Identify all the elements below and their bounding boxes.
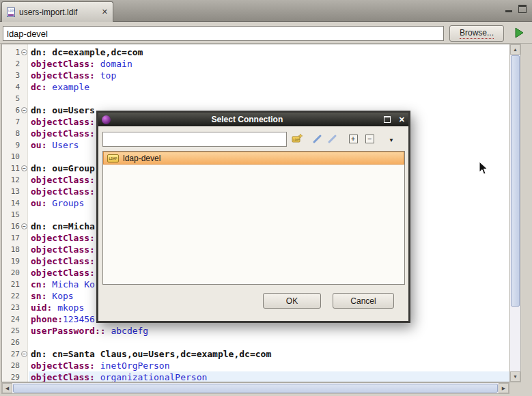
- chevron-down-icon: ▼: [389, 137, 394, 143]
- vertical-scrollbar-thumb[interactable]: [511, 55, 520, 307]
- code-text[interactable]: objectClass: inetOrgPerson: [31, 360, 170, 371]
- code-text[interactable]: dn: ou=Group: [31, 162, 95, 174]
- line-number: 18: [2, 244, 20, 255]
- mouse-cursor: [479, 161, 488, 178]
- editor-line[interactable]: 28objectClass: inetOrgPerson: [2, 360, 509, 371]
- minus-glyph: −: [365, 135, 374, 143]
- vertical-scrollbar[interactable]: ▲ ▼: [509, 44, 521, 382]
- scroll-up-icon[interactable]: ▲: [510, 44, 520, 55]
- editor-line[interactable]: 5: [2, 93, 509, 104]
- code-text[interactable]: objectClass:: [31, 186, 95, 197]
- run-import-button[interactable]: [513, 27, 525, 39]
- scroll-right-icon[interactable]: ▶: [499, 383, 509, 393]
- new-connection-icon[interactable]: LDAP: [291, 132, 303, 145]
- application-window: LDIF users-import.ldif ✕ Browse... 1−dn:…: [0, 0, 532, 396]
- fold-collapse-icon[interactable]: −: [21, 107, 27, 113]
- dialog-close-icon[interactable]: ✕: [399, 116, 405, 124]
- browse-button-label: Browse...: [460, 28, 494, 39]
- line-number: 13: [2, 186, 20, 197]
- connection-filter-input[interactable]: [102, 132, 287, 147]
- code-text[interactable]: cn: Micha Ko: [31, 279, 95, 290]
- line-number: 12: [2, 174, 20, 186]
- fold-collapse-icon[interactable]: −: [21, 351, 27, 357]
- code-text[interactable]: ou: Groups: [31, 197, 84, 209]
- dialog-title: Select Connection: [113, 115, 381, 124]
- scroll-left-icon[interactable]: ◀: [2, 383, 12, 393]
- tab-close-icon[interactable]: ✕: [102, 8, 108, 16]
- collapse-all-icon[interactable]: −: [363, 132, 376, 145]
- code-text[interactable]: objectClass: organizationalPerson: [31, 371, 207, 382]
- connection-list[interactable]: LDAPldap-devel: [102, 151, 405, 285]
- line-number: 14: [2, 197, 20, 209]
- cancel-button[interactable]: Cancel: [333, 293, 394, 309]
- line-number: 24: [2, 313, 20, 325]
- horizontal-scrollbar-thumb[interactable]: [13, 384, 498, 393]
- code-text[interactable]: objectClass:: [31, 128, 95, 139]
- editor-line[interactable]: 2objectClass: domain: [2, 58, 509, 70]
- line-number: 28: [2, 360, 20, 371]
- maximize-icon[interactable]: [518, 5, 527, 13]
- code-text[interactable]: dn: cn=Micha: [31, 221, 95, 232]
- connection-name-input[interactable]: [3, 26, 444, 41]
- editor-line[interactable]: 4dc: example: [2, 81, 509, 93]
- dialog-maximize-icon[interactable]: [384, 116, 391, 123]
- code-text[interactable]: phone:123456: [31, 313, 95, 325]
- code-text[interactable]: uid: mkops: [31, 302, 84, 313]
- connection-label: ldap-devel: [123, 154, 160, 163]
- code-text[interactable]: dn: cn=Santa Claus,ou=Users,dc=example,d…: [31, 348, 271, 360]
- cancel-button-label: Cancel: [350, 296, 376, 306]
- editor-line[interactable]: 3objectClass: top: [2, 70, 509, 81]
- expand-all-icon[interactable]: +: [347, 132, 359, 145]
- svg-text:LDAP: LDAP: [293, 138, 300, 141]
- line-number: 11: [2, 162, 20, 174]
- code-text[interactable]: objectClass:: [31, 174, 95, 186]
- dialog-title-bar[interactable]: Select Connection ✕: [98, 113, 408, 126]
- view-menu-icon[interactable]: ▼: [385, 134, 397, 146]
- code-text[interactable]: objectClass:: [31, 232, 95, 244]
- editor-line[interactable]: 27−dn: cn=Santa Claus,ou=Users,dc=exampl…: [2, 348, 509, 360]
- code-text[interactable]: objectClass: domain: [31, 58, 132, 70]
- ldif-editor-tab[interactable]: LDIF users-import.ldif ✕: [1, 1, 113, 22]
- fold-collapse-icon[interactable]: −: [21, 165, 27, 171]
- editor-line[interactable]: 26: [2, 337, 509, 348]
- line-number: 23: [2, 302, 20, 313]
- fold-collapse-icon[interactable]: −: [21, 223, 27, 229]
- line-number: 20: [2, 267, 20, 279]
- code-text[interactable]: dn: ou=Users: [31, 104, 95, 116]
- line-number: 6: [2, 104, 20, 116]
- dialog-window-icon: [102, 115, 111, 124]
- code-text[interactable]: userPassword:: abcdefg: [31, 325, 148, 337]
- line-number: 7: [2, 116, 20, 128]
- edit-connection-alt-icon[interactable]: [326, 132, 339, 145]
- fold-collapse-icon[interactable]: −: [21, 49, 27, 55]
- browse-button[interactable]: Browse...: [449, 25, 504, 42]
- editor-line[interactable]: 1−dn: dc=example,dc=com: [2, 46, 509, 58]
- line-number: 17: [2, 232, 20, 244]
- scroll-down-icon[interactable]: ▼: [510, 371, 520, 382]
- editor-line[interactable]: 29objectClass: organizationalPerson: [2, 371, 509, 382]
- code-text[interactable]: objectClass:: [31, 267, 95, 279]
- select-connection-dialog: Select Connection ✕ LDAP: [96, 111, 410, 323]
- minimize-icon[interactable]: [505, 10, 512, 12]
- line-number: 10: [2, 151, 20, 162]
- line-number: 29: [2, 371, 20, 382]
- code-text[interactable]: dn: dc=example,dc=com: [31, 46, 143, 58]
- editor-line[interactable]: 25userPassword:: abcdefg: [2, 325, 509, 337]
- line-number: 22: [2, 290, 20, 302]
- ldap-connection-icon: LDAP: [107, 154, 119, 162]
- line-number: 2: [2, 58, 20, 70]
- edit-connection-icon[interactable]: [311, 132, 324, 145]
- horizontal-scrollbar[interactable]: ◀ ▶: [1, 382, 509, 394]
- code-text[interactable]: objectClass:: [31, 244, 95, 255]
- code-text[interactable]: dc: example: [31, 81, 89, 93]
- code-text[interactable]: sn: Kops: [31, 290, 74, 302]
- code-text[interactable]: ou: Users: [31, 139, 79, 151]
- line-number: 4: [2, 81, 20, 93]
- code-text[interactable]: objectClass:: [31, 116, 95, 128]
- ok-button-label: OK: [286, 296, 298, 306]
- code-text[interactable]: objectClass:: [31, 255, 95, 267]
- code-text[interactable]: objectClass: top: [31, 70, 116, 81]
- ok-button[interactable]: OK: [263, 293, 321, 309]
- line-number: 15: [2, 209, 20, 221]
- connection-list-item[interactable]: LDAPldap-devel: [103, 152, 404, 165]
